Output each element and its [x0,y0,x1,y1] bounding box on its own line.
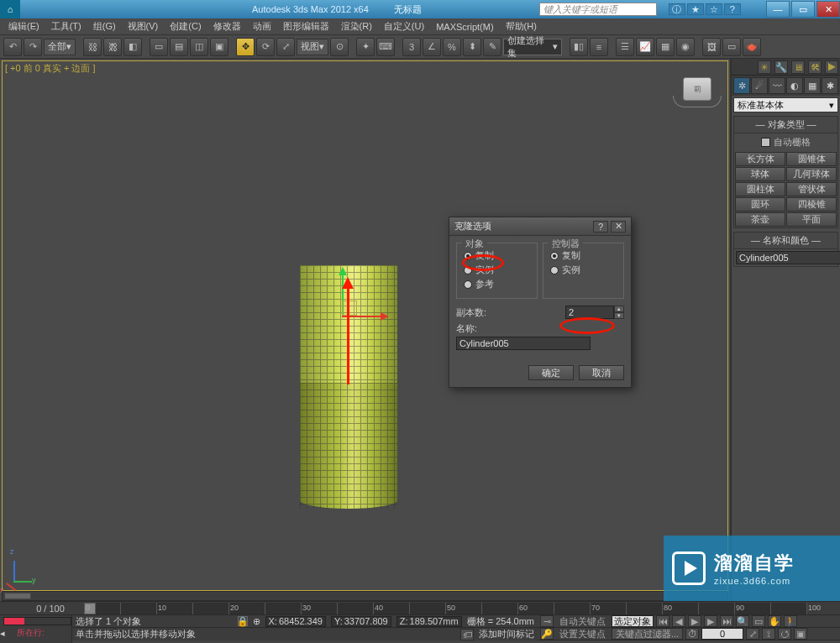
btn-teapot[interactable]: 茶壶 [735,212,785,227]
tab-create[interactable]: ✲ [733,77,750,94]
coord-icon[interactable]: ⊕ [253,616,260,627]
time-slider-track[interactable]: 0102030405060708090100 [84,603,806,614]
btn-torus[interactable]: 圆环 [735,197,785,212]
align-icon[interactable]: ≡ [590,38,608,56]
menu-grapheditors[interactable]: 图形编辑器 [278,18,334,34]
render-frame-icon[interactable]: ▭ [722,38,741,56]
manipulate-icon[interactable]: ✦ [356,38,375,56]
mirror-icon[interactable]: ▮▯ [570,38,588,56]
nav-fov-icon[interactable]: ⟟ [762,628,775,640]
nav-pan-icon[interactable]: ✋ [768,615,781,627]
btn-cylinder[interactable]: 圆柱体 [735,182,785,196]
keyboard-icon[interactable]: ⌨ [376,38,395,56]
scale-icon[interactable]: ⤢ [276,38,295,56]
star-icon[interactable]: ★ [687,3,704,15]
tab-hierarchy[interactable]: 〰 [769,77,785,94]
pivot-icon[interactable]: ⊙ [330,38,349,56]
dialog-help-button[interactable]: ? [593,221,608,233]
menu-edit[interactable]: 编辑(E) [3,18,45,34]
menu-group[interactable]: 组(G) [88,18,121,34]
menu-create[interactable]: 创建(C) [165,18,206,34]
menu-maxscript[interactable]: MAXScript(M) [431,20,498,34]
tab-modify[interactable]: ☄ [751,77,768,94]
dialog-titlebar[interactable]: 克隆选项 ? ✕ [449,217,631,236]
select-icon[interactable]: ▭ [150,38,168,56]
cancel-button[interactable]: 取消 [579,365,624,380]
sun-icon[interactable]: ☀ [758,60,771,74]
btn-box[interactable]: 长方体 [735,152,785,166]
time-config-icon[interactable]: ⏱ [685,628,699,640]
copies-spinner[interactable]: ▴▾ [565,306,624,319]
goto-start-icon[interactable]: ⏮ [656,615,669,627]
bind-icon[interactable]: ◧ [123,38,142,56]
next-frame-icon[interactable]: ▶ [704,615,717,627]
radio-instance[interactable]: 实例 [464,263,530,277]
nav-zoomall-icon[interactable]: ⤢ [746,628,759,640]
radio-reference[interactable]: 参考 [464,277,530,291]
spin-up-icon[interactable]: ▴ [614,306,624,312]
render-setup-icon[interactable]: 🖼 [702,38,721,56]
spin-down-icon[interactable]: ▾ [614,312,624,319]
help-icon[interactable]: ? [724,3,741,15]
expand-icon[interactable]: ⯈ [825,60,838,74]
select-name-icon[interactable]: ▤ [170,38,188,56]
lock-icon[interactable]: 🔒 [238,616,248,626]
star-icon[interactable]: ☆ [706,3,722,15]
btn-pyramid[interactable]: 四棱锥 [786,197,837,212]
radio-ctrl-instance[interactable]: 实例 [550,263,617,277]
nav-orbit-icon[interactable]: ⭯ [778,628,791,640]
nav-region-icon[interactable]: ▭ [752,615,765,627]
window-crossing-icon[interactable]: ▣ [210,38,228,56]
btn-tube[interactable]: 管状体 [786,182,837,196]
menu-rendering[interactable]: 渲染(R) [336,18,377,34]
select-region-icon[interactable]: ◫ [190,38,208,56]
minimize-button[interactable]: — [766,1,790,18]
viewport-label[interactable]: [ +0 前 0 真实 + 边面 ] [5,62,96,75]
prev-frame-icon[interactable]: ◀ [672,615,685,627]
spinner-snap-icon[interactable]: ⬍ [463,38,481,56]
rollout-header-name[interactable]: — 名称和颜色 — [734,233,837,249]
snap-icon[interactable]: 3 [402,38,421,56]
schematic-icon[interactable]: ▦ [656,38,675,56]
help-search[interactable]: 键入关键字或短语 [539,3,657,16]
material-icon[interactable]: ◉ [676,38,695,56]
named-sel-set[interactable]: 创建选择集▾ [503,39,562,55]
rotate-icon[interactable]: ⟳ [256,38,275,56]
btn-sphere[interactable]: 球体 [735,167,785,181]
tools-icon[interactable]: 🛠 [808,60,822,74]
dialog-close-button[interactable]: ✕ [611,221,626,233]
category-dropdown[interactable]: 标准基本体▾ [733,97,838,112]
tab-utilities[interactable]: ✱ [822,77,838,94]
link-icon[interactable]: ⛓ [83,38,102,56]
layer-icon[interactable]: ☰ [616,38,634,56]
close-button[interactable]: ✕ [816,1,840,18]
unlink-icon[interactable]: ⛓̸ [103,38,122,56]
btn-cone[interactable]: 圆锥体 [786,152,837,166]
viewcube-ring[interactable] [673,96,722,107]
clone-name-input[interactable] [456,337,591,350]
menu-help[interactable]: 帮助(H) [501,18,542,34]
object-name-input[interactable] [736,251,840,264]
radio-ctrl-copy[interactable]: 复制 [550,248,617,263]
timeline[interactable]: 0 / 100 0102030405060708090100 [0,602,840,615]
ok-button[interactable]: 确定 [528,365,574,380]
tab-display[interactable]: ▦ [804,77,821,94]
copies-input[interactable] [565,306,614,319]
menu-animation[interactable]: 动画 [248,18,276,34]
info-icon[interactable]: ⓘ [669,3,685,15]
nav-max-icon[interactable]: ▣ [794,628,807,640]
tag-icon[interactable]: 🏷 [460,629,474,640]
redo-icon[interactable]: ↷ [24,38,42,56]
tab-motion[interactable]: ◐ [786,77,803,94]
render-icon[interactable]: 🫖 [743,38,761,56]
monitor-icon[interactable]: 🖥 [791,60,805,74]
percent-snap-icon[interactable]: % [443,38,461,56]
viewport-hscroll[interactable] [2,591,728,601]
edit-named-icon[interactable]: ✎ [483,38,501,56]
ref-coord[interactable]: 视图 ▾ [297,39,328,55]
goto-end-icon[interactable]: ⏭ [720,615,733,627]
menu-modifiers[interactable]: 修改器 [208,18,246,34]
nav-walk-icon[interactable]: 🚶 [784,615,797,627]
curve-editor-icon[interactable]: 📈 [636,38,654,56]
rollout-header[interactable]: — 对象类型 — [734,117,837,133]
